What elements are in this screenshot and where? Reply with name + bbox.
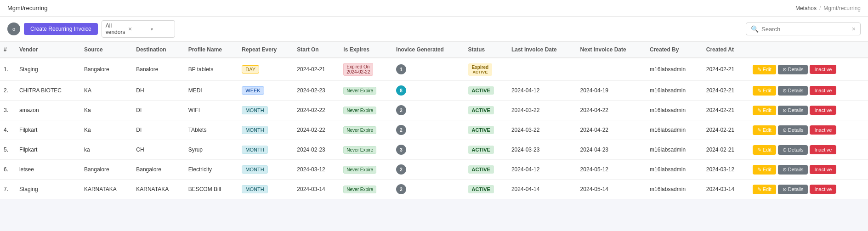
search-input[interactable]: [761, 26, 849, 33]
cell-start-on: 2024-02-22: [293, 120, 340, 140]
cell-repeat-every: WEEK: [238, 81, 293, 101]
cell-destination: DI: [132, 120, 184, 140]
col-status: Status: [465, 42, 508, 58]
cell-source: Bangalore: [80, 160, 132, 180]
cell-invoice-generated: 2: [392, 120, 465, 140]
breadcrumb-home[interactable]: Metahos: [795, 5, 817, 11]
col-actions: [749, 42, 868, 58]
chevron-down-icon[interactable]: ▾: [151, 27, 170, 32]
inactive-button[interactable]: Inactive: [810, 165, 836, 174]
cell-destination: CH: [132, 140, 184, 160]
cell-num: 3.: [0, 101, 16, 120]
cell-is-expires: Never Expire: [340, 140, 392, 160]
expires-badge: Never Expire: [343, 186, 376, 193]
cell-invoice-generated: 2: [392, 180, 465, 199]
cell-created-by: m16labsadmin: [646, 180, 703, 199]
invoice-count-badge: 2: [396, 164, 406, 175]
cell-last-invoice-date: 2024-03-23: [508, 140, 577, 160]
details-button[interactable]: ⊙ Details: [778, 165, 808, 175]
cell-actions: ✎ Edit ⊙ Details Inactive: [749, 160, 868, 180]
table-row: 1. Staging Bangalore Banalore BP tablets…: [0, 58, 868, 81]
status-badge: ACTIVE: [468, 185, 494, 193]
vendor-filter-value: All vendors: [106, 23, 125, 35]
cell-destination: DH: [132, 81, 184, 101]
details-button[interactable]: ⊙ Details: [778, 125, 808, 135]
repeat-badge: DAY: [242, 65, 259, 73]
cell-is-expires: Never Expire: [340, 81, 392, 101]
edit-button[interactable]: ✎ Edit: [753, 86, 776, 96]
cell-profile-name: WIFI: [185, 101, 238, 120]
cell-actions: ✎ Edit ⊙ Details Inactive: [749, 101, 868, 120]
cell-invoice-generated: 1: [392, 58, 465, 81]
cell-last-invoice-date: [508, 58, 577, 81]
inactive-button[interactable]: Inactive: [810, 145, 836, 154]
cell-actions: ✎ Edit ⊙ Details Inactive: [749, 120, 868, 140]
cell-source: KARNATAKA: [80, 180, 132, 199]
cell-is-expires: Never Expire: [340, 180, 392, 199]
col-created-by: Created By: [646, 42, 703, 58]
cell-destination: Banalore: [132, 58, 184, 81]
cell-profile-name: BP tablets: [185, 58, 238, 81]
col-num: #: [0, 42, 16, 58]
edit-button[interactable]: ✎ Edit: [753, 145, 776, 155]
invoice-count-badge: 2: [396, 105, 406, 115]
cell-last-invoice-date: 2024-04-12: [508, 160, 577, 180]
create-recurring-invoice-button[interactable]: Create Recurring Invoice: [24, 23, 98, 35]
cell-vendor: Staging: [16, 58, 80, 81]
vendor-filter[interactable]: All vendors × ▾: [102, 20, 175, 38]
expires-badge: Expired On2024-02-22: [343, 63, 373, 76]
cell-created-at: 2024-02-21: [703, 58, 749, 81]
cell-vendor: letsee: [16, 160, 80, 180]
inactive-button[interactable]: Inactive: [810, 86, 836, 95]
col-last-invoice-date: Last Invoice Date: [508, 42, 577, 58]
cell-source: Ka: [80, 120, 132, 140]
page-title: Mgmt/recurring: [7, 5, 47, 11]
status-badge: ACTIVE: [468, 146, 494, 154]
details-button[interactable]: ⊙ Details: [778, 65, 808, 74]
details-button[interactable]: ⊙ Details: [778, 185, 808, 194]
close-icon[interactable]: ×: [852, 25, 856, 33]
edit-button[interactable]: ✎ Edit: [753, 185, 776, 194]
table-row: 4. Filpkart Ka DI TAblets MONTH 2024-02-…: [0, 120, 868, 140]
cell-invoice-generated: 2: [392, 160, 465, 180]
cell-created-by: m16labsadmin: [646, 58, 703, 81]
search-bar[interactable]: 🔍 ×: [746, 23, 861, 35]
repeat-badge: MONTH: [242, 126, 267, 134]
cell-vendor: Filpkart: [16, 120, 80, 140]
inactive-button[interactable]: Inactive: [810, 106, 836, 115]
cell-actions: ✎ Edit ⊙ Details Inactive: [749, 81, 868, 101]
cell-created-by: m16labsadmin: [646, 101, 703, 120]
clear-icon[interactable]: ×: [128, 25, 148, 33]
cell-invoice-generated: 8: [392, 81, 465, 101]
cell-num: 2.: [0, 81, 16, 101]
cell-profile-name: TAblets: [185, 120, 238, 140]
cell-profile-name: Electricity: [185, 160, 238, 180]
cell-created-at: 2024-03-14: [703, 180, 749, 199]
edit-button[interactable]: ✎ Edit: [753, 106, 776, 115]
inactive-button[interactable]: Inactive: [810, 185, 836, 194]
cell-is-expires: Expired On2024-02-22: [340, 58, 392, 81]
cell-vendor: CHITRA BIOTEC: [16, 81, 80, 101]
inactive-button[interactable]: Inactive: [810, 65, 836, 74]
status-badge: ACTIVE: [468, 165, 494, 174]
status-badge: ACTIVE: [468, 126, 494, 134]
invoice-count-badge: 2: [396, 125, 406, 135]
details-button[interactable]: ⊙ Details: [778, 86, 808, 96]
cell-status: ACTIVE: [465, 101, 508, 120]
edit-button[interactable]: ✎ Edit: [753, 125, 776, 135]
inactive-button[interactable]: Inactive: [810, 125, 836, 135]
avatar-button[interactable]: o: [7, 23, 20, 35]
cell-status: ExpiredACTIVE: [465, 58, 508, 81]
edit-button[interactable]: ✎ Edit: [753, 165, 776, 175]
cell-status: ACTIVE: [465, 160, 508, 180]
breadcrumb-separator: /: [819, 5, 821, 11]
expires-badge: Never Expire: [343, 126, 376, 134]
details-button[interactable]: ⊙ Details: [778, 106, 808, 115]
table-row: 3. amazon Ka DI WIFI MONTH 2024-02-22 Ne…: [0, 101, 868, 120]
invoice-count-badge: 2: [396, 184, 406, 194]
cell-repeat-every: MONTH: [238, 160, 293, 180]
col-repeat-every: Repeat Every: [238, 42, 293, 58]
col-destination: Destination: [132, 42, 184, 58]
details-button[interactable]: ⊙ Details: [778, 145, 808, 155]
edit-button[interactable]: ✎ Edit: [753, 65, 776, 74]
